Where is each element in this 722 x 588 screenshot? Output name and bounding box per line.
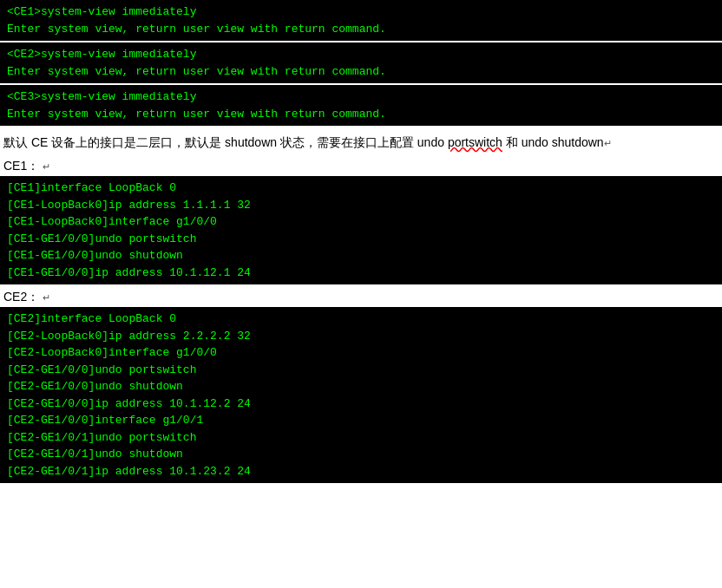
ce2-commands-terminal: [CE2]interface LoopBack 0 [CE2-LoopBack0… — [0, 307, 722, 483]
ce1-cmd-5: [CE1-GE1/0/0]ip address 10.1.12.1 24 — [7, 265, 715, 282]
ce1-cmd-0: [CE1]interface LoopBack 0 — [7, 180, 715, 197]
ce2-cmd-5: [CE2-GE1/0/0]ip address 10.1.12.2 24 — [7, 395, 715, 413]
ce1-cmd-3: [CE1-GE1/0/0]undo portswitch — [7, 231, 715, 248]
ce2-cmd-9: [CE2-GE1/0/1]ip address 10.1.23.2 24 — [7, 463, 715, 480]
ce2-system-line2: Enter system view, return user view with… — [7, 63, 715, 81]
ce2-cmd-0: [CE2]interface LoopBack 0 — [7, 310, 715, 328]
ce2-system-view-terminal: <CE2>system-view immediately Enter syste… — [0, 42, 722, 83]
ce2-cmd-8: [CE2-GE1/0/1]undo shutdown — [7, 446, 715, 463]
ce1-system-view-terminal: <CE1>system-view immediately Enter syste… — [0, 0, 722, 41]
ce2-label: CE2： ↵ — [0, 286, 722, 307]
ce2-cmd-4: [CE2-GE1/0/0]undo shutdown — [7, 378, 715, 395]
ce2-system-line1: <CE2>system-view immediately — [7, 46, 715, 63]
ce2-cmd-7: [CE2-GE1/0/1]undo portswitch — [7, 429, 715, 447]
ce2-cmd-1: [CE2-LoopBack0]ip address 2.2.2.2 32 — [7, 328, 715, 345]
ce3-system-line1: <CE3>system-view immediately — [7, 88, 715, 106]
ce1-commands-terminal: [CE1]interface LoopBack 0 [CE1-LoopBack0… — [0, 176, 722, 284]
ce1-system-line2: Enter system view, return user view with… — [7, 21, 715, 38]
ce2-cmd-2: [CE2-LoopBack0]interface g1/0/0 — [7, 344, 715, 362]
portswitch-text: portswitch — [448, 135, 502, 149]
ce3-system-line2: Enter system view, return user view with… — [7, 106, 715, 123]
ce1-label: CE1： ↵ — [0, 155, 722, 176]
ce2-cmd-3: [CE2-GE1/0/0]undo portswitch — [7, 362, 715, 379]
ce1-system-line1: <CE1>system-view immediately — [7, 3, 715, 21]
ce1-cmd-1: [CE1-LoopBack0]ip address 1.1.1.1 32 — [7, 197, 715, 214]
ce1-cmd-4: [CE1-GE1/0/0]undo shutdown — [7, 247, 715, 265]
ce1-cmd-2: [CE1-LoopBack0]interface g1/0/0 — [7, 213, 715, 231]
ce3-system-view-terminal: <CE3>system-view immediately Enter syste… — [0, 85, 722, 126]
description-text: 默认 CE 设备上的接口是二层口，默认是 shutdown 状态，需要在接口上配… — [0, 127, 722, 155]
ce2-cmd-6: [CE2-GE1/0/0]interface g1/0/1 — [7, 412, 715, 429]
